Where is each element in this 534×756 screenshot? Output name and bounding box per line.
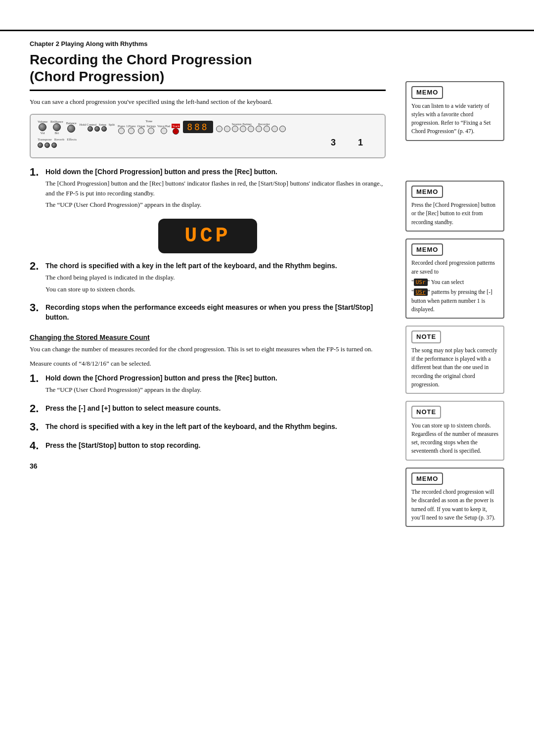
memo-usr2-line: "USr” patterns by pressing the [-] butto… — [411, 288, 498, 314]
step-3: 3. Recording stops when the performance … — [30, 303, 386, 324]
sub-step-2-number: 2. — [30, 403, 45, 415]
subsection-heading: Changing the Stored Measure Count — [30, 333, 386, 341]
memo-label-3: MEMO — [411, 243, 443, 256]
step-1-heading: Hold down the [Chord Progression] button… — [45, 167, 386, 177]
step-1-number: 1. — [30, 166, 45, 178]
ucp-display: UCP — [158, 219, 257, 253]
note-text-1: The song may not play back correctly if … — [411, 346, 498, 389]
sub-step-1: 1. Hold down the [Chord Progression] but… — [30, 374, 386, 397]
step-2-body2: You can store up to sixteen chords. — [45, 284, 386, 294]
step-3-heading: Recording stops when the performance exc… — [45, 303, 386, 322]
step-3-content: Recording stops when the performance exc… — [45, 303, 386, 324]
diagram-number-3: 3 1 — [331, 138, 373, 147]
sub-step-2-heading: Press the [-] and [+] button to select m… — [45, 404, 386, 414]
sub-step-1-body1: The “UCP (User Chord Progression)” appea… — [45, 385, 386, 395]
usr1-quote-close: " You can select — [428, 279, 464, 285]
step-3-number: 3. — [30, 302, 45, 314]
page: Chapter 2 Playing Along with Rhythms Rec… — [0, 0, 534, 756]
sub-step-3-number: 3. — [30, 421, 45, 433]
sub-step-2: 2. Press the [-] and [+] button to selec… — [30, 404, 386, 416]
left-column: Recording the Chord Progression (Chord P… — [30, 51, 400, 726]
memo-usr1-line: "USr" You can select — [411, 278, 498, 287]
memo-label-1: MEMO — [411, 86, 443, 99]
section-title: Recording the Chord Progression (Chord P… — [30, 51, 386, 91]
memo-text-4: The recorded chord progression will be d… — [411, 488, 498, 522]
step-2-body1: The chord being played is indicated in t… — [45, 273, 386, 283]
memo-text-1: You can listen to a wide variety of styl… — [411, 102, 498, 136]
step-1-body2: The “UCP (User Chord Progression)” appea… — [45, 200, 386, 210]
step-1: 1. Hold down the [Chord Progression] but… — [30, 167, 386, 212]
sub-step-4: 4. Press the [Start/Stop] button to stop… — [30, 441, 386, 453]
sub-step-3-heading: The chord is specified with a key in the… — [45, 422, 386, 432]
memo-box-1: MEMO You can listen to a wide variety of… — [405, 81, 504, 141]
page-number: 36 — [30, 462, 386, 470]
subsection-body1: You can change the number of measures re… — [30, 344, 386, 354]
sub-step-1-heading: Hold down the [Chord Progression] button… — [45, 374, 386, 383]
memo-box-3: MEMO Recorded chord progression patterns… — [405, 238, 504, 319]
subsection-body2: Measure counts of “4/8/12/16” can be sel… — [30, 359, 386, 369]
note-text-2: You can store up to sixteen chords. Rega… — [411, 422, 498, 456]
step-2-number: 2. — [30, 260, 45, 272]
right-column: MEMO You can listen to a wide variety of… — [400, 81, 504, 726]
ucp-display-text: UCP — [184, 224, 231, 248]
step-2-content: The chord is specified with a key in the… — [45, 261, 386, 296]
sub-step-3-content: The chord is specified with a key in the… — [45, 422, 386, 434]
note-label-2: NOTE — [411, 406, 441, 419]
usr1-display: USr — [414, 279, 428, 286]
memo-text-2: Press the [Chord Progression] button or … — [411, 201, 498, 227]
sub-step-1-number: 1. — [30, 373, 45, 384]
sub-step-4-content: Press the [Start/Stop] button to stop re… — [45, 441, 386, 453]
sub-step-4-number: 4. — [30, 440, 45, 452]
step-2: 2. The chord is specified with a key in … — [30, 261, 386, 296]
sub-step-1-content: Hold down the [Chord Progression] button… — [45, 374, 386, 397]
note-box-2: NOTE You can store up to sixteen chords.… — [405, 401, 504, 461]
memo-box-4: MEMO The recorded chord progression will… — [405, 468, 504, 527]
memo-box-2: MEMO Press the [Chord Progression] butto… — [405, 181, 504, 232]
keyboard-diagram: Volume Vol Brilliance Bri Balance — [30, 114, 386, 158]
chapter-label: Chapter 2 Playing Along with Rhythms — [30, 40, 504, 47]
usr2-display: USr — [414, 288, 428, 296]
intro-text: You can save a chord progression you've … — [30, 97, 386, 107]
step-1-body1: The [Chord Progression] button and the [… — [45, 179, 386, 198]
sub-step-3: 3. The chord is specified with a key in … — [30, 422, 386, 434]
sub-step-2-content: Press the [-] and [+] button to select m… — [45, 404, 386, 416]
step-2-heading: The chord is specified with a key in the… — [45, 261, 386, 271]
step-1-content: Hold down the [Chord Progression] button… — [45, 167, 386, 212]
note-box-1: NOTE The song may not play back correctl… — [405, 326, 504, 394]
memo-label-4: MEMO — [411, 472, 443, 485]
usr2-quote-open: " — [411, 289, 414, 295]
note-label-1: NOTE — [411, 331, 441, 343]
memo-text-3a: Recorded chord progression patterns are … — [411, 259, 498, 276]
memo-label-2: MEMO — [411, 186, 443, 198]
usr1-quote-open: " — [411, 279, 414, 285]
sub-step-4-heading: Press the [Start/Stop] button to stop re… — [45, 441, 386, 451]
